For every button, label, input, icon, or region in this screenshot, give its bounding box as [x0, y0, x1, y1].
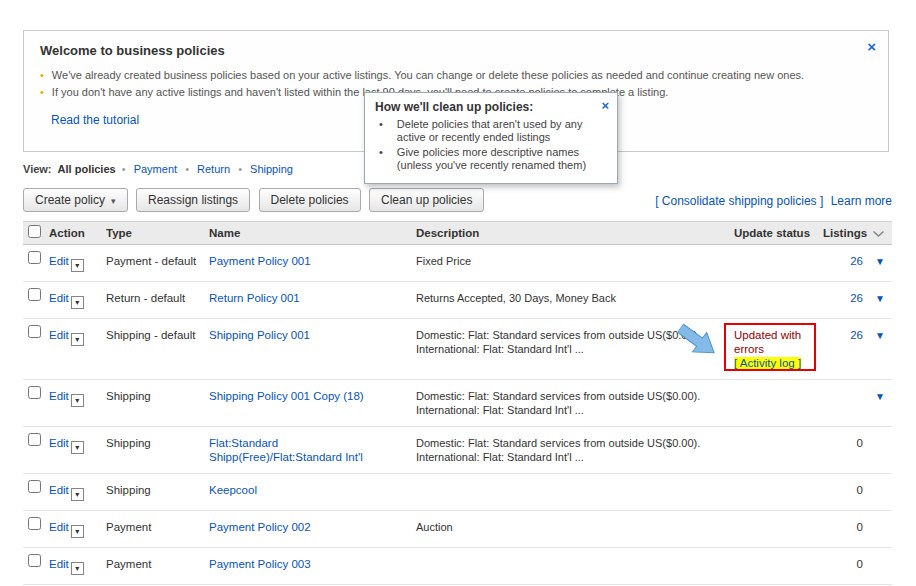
edit-dropdown-icon[interactable]: ▾: [71, 562, 84, 575]
row-checkbox-cell: [23, 427, 49, 458]
update-status-cell: [734, 511, 823, 529]
create-policy-button[interactable]: Create policy▾: [23, 188, 128, 212]
read-tutorial-link[interactable]: Read the tutorial: [51, 113, 139, 127]
listings-count[interactable]: 26: [850, 255, 863, 267]
policy-name-link[interactable]: Shipping Policy 001 Copy (18): [209, 389, 412, 403]
header-listings: Listings: [823, 226, 867, 240]
banner-bullet: •We've already created business policies…: [40, 67, 872, 84]
banner-bullet-text: We've already created business policies …: [52, 69, 804, 81]
listings-cell: 26: [823, 319, 867, 351]
update-status-cell: [734, 245, 823, 263]
listings-cell: 26: [823, 282, 867, 314]
table-header-row: Action Type Name Description Update stat…: [23, 221, 892, 245]
edit-dropdown-icon[interactable]: ▾: [71, 441, 84, 454]
listings-count: 0: [857, 521, 863, 533]
action-cell: Edit▾: [49, 282, 106, 318]
policy-type: Shipping - default: [106, 319, 209, 351]
edit-link[interactable]: Edit: [49, 255, 69, 267]
banner-title: Welcome to business policies: [40, 43, 888, 58]
bullet-icon: •: [379, 146, 383, 172]
policy-type: Return - default: [106, 282, 209, 314]
policy-type: Payment - default: [106, 245, 209, 277]
listings-cell: 0: [823, 474, 867, 506]
action-cell: Edit▾: [49, 380, 106, 416]
listings-count[interactable]: 26: [850, 292, 863, 304]
policy-type: Shipping: [106, 380, 209, 412]
update-status-cell: [734, 380, 823, 398]
view-return-link[interactable]: Return: [197, 163, 230, 175]
listings-count[interactable]: 26: [850, 329, 863, 341]
banner-close-icon[interactable]: ×: [867, 39, 876, 54]
edit-link[interactable]: Edit: [49, 437, 69, 449]
update-status-text: Updated with errors: [734, 328, 819, 356]
row-chevron-icon[interactable]: ▼: [875, 256, 885, 267]
row-chevron-icon[interactable]: ▼: [875, 293, 885, 304]
activity-log-link[interactable]: [ Activity log ]: [734, 357, 801, 369]
caret-down-icon: ▾: [111, 196, 116, 206]
listings-count: 0: [857, 437, 863, 449]
policy-row: Edit▾ Shipping Flat:StandardShipp(Free)/…: [23, 427, 892, 474]
row-checkbox[interactable]: [28, 480, 41, 493]
edit-link[interactable]: Edit: [49, 521, 69, 533]
row-checkbox[interactable]: [28, 433, 41, 446]
row-checkbox[interactable]: [28, 386, 41, 399]
row-checkbox[interactable]: [28, 288, 41, 301]
row-checkbox[interactable]: [28, 325, 41, 338]
policy-description: [416, 548, 734, 566]
action-cell: Edit▾: [49, 245, 106, 281]
listings-cell: 0: [823, 511, 867, 543]
view-all-policies[interactable]: All policies: [58, 163, 116, 175]
tooltip-bullet-text: Give policies more descriptive names (un…: [397, 146, 607, 172]
header-update-status: Update status: [734, 226, 823, 240]
clean-up-policies-button[interactable]: Clean up policies: [369, 188, 484, 212]
edit-link[interactable]: Edit: [49, 329, 69, 341]
policy-name-link[interactable]: Keepcool: [209, 483, 412, 497]
policy-row: Edit▾ Shipping - default Shipping Policy…: [23, 319, 892, 380]
edit-link[interactable]: Edit: [49, 484, 69, 496]
policy-name-link[interactable]: Shipping Policy 001: [209, 328, 412, 342]
row-chevron-icon[interactable]: ▼: [875, 330, 885, 341]
policy-description: Auction: [416, 511, 734, 543]
policy-name-link[interactable]: Flat:StandardShipp(Free)/Flat:Standard I…: [209, 436, 412, 464]
edit-dropdown-icon[interactable]: ▾: [71, 333, 84, 346]
tooltip-bullet-list: •Delete policies that aren't used by any…: [375, 118, 607, 172]
view-shipping-link[interactable]: Shipping: [250, 163, 293, 175]
row-checkbox[interactable]: [28, 517, 41, 530]
edit-dropdown-icon[interactable]: ▾: [71, 488, 84, 501]
action-cell: Edit▾: [49, 548, 106, 584]
cleanup-tooltip: × How we'll clean up policies: •Delete p…: [364, 92, 618, 184]
row-checkbox-cell: [23, 511, 49, 542]
edit-link[interactable]: Edit: [49, 558, 69, 570]
edit-dropdown-icon[interactable]: ▾: [71, 296, 84, 309]
learn-more-link[interactable]: Learn more: [831, 194, 892, 208]
edit-dropdown-icon[interactable]: ▾: [71, 394, 84, 407]
consolidate-shipping-policies-link[interactable]: [ Consolidate shipping policies ]: [655, 194, 823, 208]
row-checkbox-cell: [23, 319, 49, 350]
listings-cell: 0: [823, 548, 867, 580]
action-cell: Edit▾: [49, 427, 106, 463]
listings-cell: 0: [823, 427, 867, 459]
view-payment-link[interactable]: Payment: [134, 163, 177, 175]
select-all-checkbox[interactable]: [28, 225, 41, 238]
tooltip-bullet: •Delete policies that aren't used by any…: [379, 118, 607, 144]
name-cell: Shipping Policy 001: [209, 319, 416, 351]
chevron-cell: ▼: [867, 548, 892, 581]
row-chevron-icon[interactable]: ▼: [875, 391, 885, 402]
policies-table: Action Type Name Description Update stat…: [23, 221, 892, 585]
policy-name-link[interactable]: Payment Policy 001: [209, 254, 412, 268]
tooltip-close-icon[interactable]: ×: [601, 98, 609, 113]
policy-type: Shipping: [106, 427, 209, 459]
edit-link[interactable]: Edit: [49, 292, 69, 304]
chevron-down-icon[interactable]: [872, 230, 885, 238]
edit-dropdown-icon[interactable]: ▾: [71, 525, 84, 538]
edit-dropdown-icon[interactable]: ▾: [71, 259, 84, 272]
row-checkbox[interactable]: [28, 554, 41, 567]
delete-policies-button[interactable]: Delete policies: [259, 188, 361, 212]
policy-description: Returns Accepted, 30 Days, Money Back: [416, 282, 734, 314]
policy-name-link[interactable]: Payment Policy 003: [209, 557, 412, 571]
reassign-listings-button[interactable]: Reassign listings: [136, 188, 250, 212]
policy-name-link[interactable]: Payment Policy 002: [209, 520, 412, 534]
row-checkbox[interactable]: [28, 251, 41, 264]
edit-link[interactable]: Edit: [49, 390, 69, 402]
policy-name-link[interactable]: Return Policy 001: [209, 291, 412, 305]
